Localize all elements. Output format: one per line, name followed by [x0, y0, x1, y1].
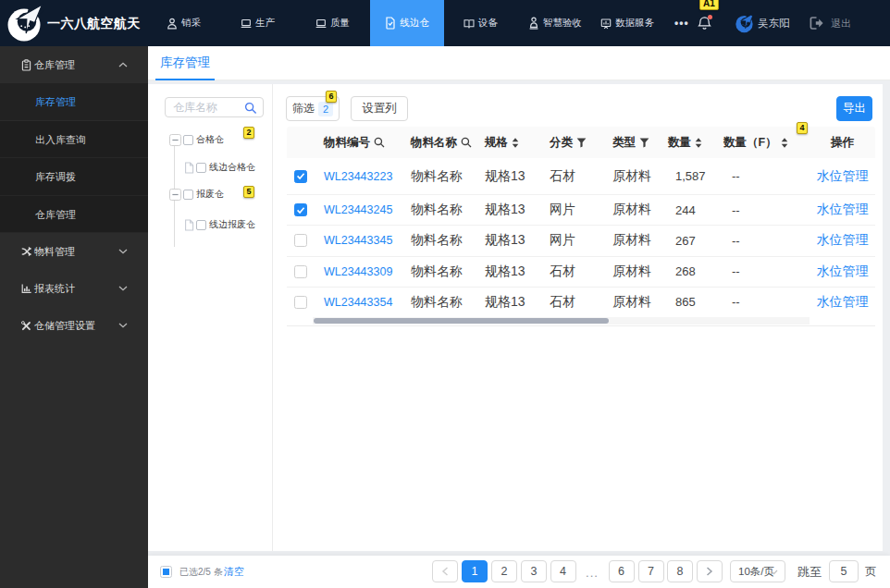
- filter-label: 筛选: [292, 101, 315, 116]
- logout-button[interactable]: 退出: [809, 0, 851, 46]
- nav-item-2[interactable]: 生产: [241, 0, 275, 46]
- column-search-icon[interactable]: [374, 137, 385, 148]
- user-name[interactable]: 吴东阳: [758, 0, 790, 46]
- export-button[interactable]: 导出: [836, 96, 872, 121]
- column-header-label: 数量（F）: [723, 135, 777, 151]
- water-level-link[interactable]: 水位管理: [817, 263, 869, 280]
- category-cell: 网片: [540, 202, 603, 218]
- top-bar: 一六八航空航天 销采生产质量线边仓设备智慧验收数据服务 ••• 吴东阳 退出: [0, 0, 890, 46]
- sidebar-subitem-3[interactable]: 库存调拨: [0, 158, 148, 196]
- row-checkbox[interactable]: [294, 265, 307, 278]
- tree-leaf-1[interactable]: 线边合格仓: [184, 158, 255, 177]
- more-menu-button[interactable]: •••: [674, 0, 689, 46]
- file-icon: [184, 219, 194, 231]
- quantity-f-cell: --: [714, 295, 810, 309]
- tree-leaf-checkbox[interactable]: [196, 220, 206, 230]
- water-level-link[interactable]: 水位管理: [817, 232, 869, 249]
- page-button-6[interactable]: 6: [609, 560, 635, 582]
- sidebar-subitem-4[interactable]: 仓库管理: [0, 196, 148, 234]
- hint-badge-filter: 6: [326, 91, 337, 103]
- column-sort-icon[interactable]: [512, 138, 519, 148]
- row-checkbox[interactable]: [294, 203, 307, 216]
- page-button-2[interactable]: 2: [491, 560, 517, 582]
- sidebar-item-2[interactable]: 物料管理: [0, 233, 148, 270]
- user-avatar[interactable]: [735, 13, 755, 33]
- column-header-type: 类型: [603, 135, 659, 151]
- column-filter-icon[interactable]: [576, 138, 587, 148]
- water-level-link[interactable]: 水位管理: [817, 168, 869, 185]
- chevron-right-icon: [706, 567, 713, 576]
- sidebar-subitem-2[interactable]: 出入库查询: [0, 121, 148, 159]
- type-cell: 原材料: [603, 202, 659, 218]
- page-button-4[interactable]: 4: [550, 560, 576, 582]
- filter-count-badge: 2: [318, 102, 333, 116]
- sidebar-item-3[interactable]: 报表统计: [0, 270, 148, 307]
- tree-node-2[interactable]: 报废仓: [169, 185, 224, 203]
- water-level-link[interactable]: 水位管理: [817, 202, 869, 218]
- page-size-select[interactable]: 10条/页: [730, 560, 785, 582]
- prev-page-button[interactable]: [432, 560, 458, 582]
- tree-node-checkbox[interactable]: [183, 135, 193, 145]
- sidebar-item-4[interactable]: 仓储管理设置: [0, 307, 148, 344]
- panel-divider: [272, 84, 273, 551]
- clear-selection-link[interactable]: 清空: [224, 556, 244, 588]
- column-filter-icon[interactable]: [639, 138, 649, 148]
- sidebar-item-1[interactable]: 仓库管理: [0, 46, 148, 83]
- water-level-link[interactable]: 水位管理: [817, 294, 869, 311]
- sidebar-subitem-1[interactable]: 库存管理: [0, 83, 148, 121]
- tree-leaf-2[interactable]: 线边报废仓: [184, 215, 255, 234]
- minus-square-icon[interactable]: [169, 134, 181, 146]
- material-code-link[interactable]: WL23443354: [324, 296, 392, 309]
- column-header-qtyf: 数量（F）: [714, 135, 810, 151]
- minus-square-icon[interactable]: [169, 189, 181, 201]
- sidebar-item-label: 报表统计: [34, 282, 75, 296]
- select-all-checkbox[interactable]: [160, 566, 172, 578]
- chevron-down-icon: [118, 323, 128, 328]
- tree-leaf-label: 线边合格仓: [209, 161, 255, 174]
- column-search-icon[interactable]: [461, 137, 472, 148]
- page-button-3[interactable]: 3: [521, 560, 547, 582]
- page-ellipsis[interactable]: ...: [579, 560, 605, 582]
- row-checkbox[interactable]: [294, 234, 307, 247]
- chevron-up-icon: [118, 62, 128, 67]
- page-button-8[interactable]: 8: [667, 560, 693, 582]
- column-sort-icon[interactable]: [695, 138, 702, 148]
- nav-item-7[interactable]: 数据服务: [600, 0, 654, 46]
- material-code-link[interactable]: WL23443309: [324, 265, 392, 278]
- clipboard-icon: [21, 59, 31, 70]
- brand-title: 一六八航空航天: [47, 0, 141, 46]
- category-cell: 石材: [540, 168, 603, 185]
- row-checkbox[interactable]: [294, 296, 307, 309]
- quantity-f-cell: --: [714, 264, 810, 278]
- tree-leaf-checkbox[interactable]: [196, 163, 206, 173]
- tab-inventory-management[interactable]: 库存管理: [156, 46, 214, 80]
- jump-page-input[interactable]: [829, 560, 859, 582]
- notification-bell-icon[interactable]: [698, 16, 711, 31]
- type-cell: 原材料: [603, 263, 659, 280]
- spec-cell: 规格13: [476, 168, 540, 185]
- column-header-qty: 数量: [659, 135, 714, 151]
- page-button-1[interactable]: 1: [462, 560, 488, 582]
- horizontal-scrollbar-thumb[interactable]: [314, 318, 609, 324]
- row-checkbox[interactable]: [294, 170, 307, 183]
- next-page-button[interactable]: [697, 560, 723, 582]
- page-button-7[interactable]: 7: [638, 560, 664, 582]
- nav-item-3[interactable]: 质量: [315, 0, 350, 46]
- nav-item-1[interactable]: 销采: [167, 0, 201, 46]
- column-sort-icon[interactable]: [781, 138, 788, 148]
- tree-node-checkbox[interactable]: [183, 190, 193, 200]
- material-code-link[interactable]: WL23443345: [324, 234, 392, 247]
- material-code-link[interactable]: WL23443245: [324, 203, 392, 216]
- nav-item-6[interactable]: 智慧验收: [528, 0, 582, 46]
- nav-item-5[interactable]: 设备: [464, 0, 498, 46]
- nav-item-4[interactable]: 线边仓: [370, 0, 444, 46]
- tree-node-1[interactable]: 合格仓: [169, 130, 224, 149]
- content-card: 合格仓 线边合格仓 报废仓 线边报废仓 筛选 2 设置列 导出 物料编号物料名称…: [148, 84, 883, 551]
- spec-cell: 规格13: [476, 263, 540, 280]
- material-code-link[interactable]: WL23443223: [324, 170, 392, 183]
- type-cell: 原材料: [603, 232, 659, 249]
- tools-icon: [21, 320, 31, 331]
- column-settings-button[interactable]: 设置列: [351, 96, 408, 121]
- quantity-cell: 268: [659, 264, 714, 278]
- warehouse-search-input[interactable]: [173, 98, 245, 116]
